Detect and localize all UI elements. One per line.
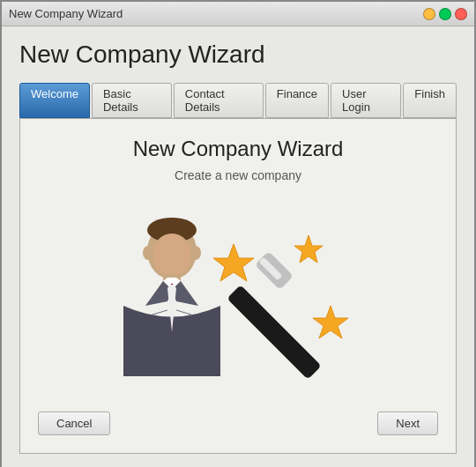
magic-wand-icon [185,226,370,403]
page-title: New Company Wizard [19,41,457,69]
maximize-button[interactable] [439,8,451,20]
svg-rect-16 [227,285,321,379]
svg-marker-15 [313,306,348,338]
window-content: New Company Wizard Welcome Basic Details… [2,26,474,467]
tab-bar: Welcome Basic Details Contact Details Fi… [19,83,457,118]
main-panel: New Company Wizard Create a new company [19,118,457,454]
svg-line-11 [152,310,167,315]
close-button[interactable] [455,8,467,20]
tab-finish[interactable]: Finish [403,83,457,118]
next-button[interactable]: Next [377,411,438,435]
illustration [106,209,370,403]
tab-finance[interactable]: Finance [265,83,329,118]
svg-point-3 [143,246,153,260]
minimize-button[interactable] [423,8,435,20]
tab-contact-details[interactable]: Contact Details [174,83,264,118]
wizard-title: New Company Wizard [133,137,344,161]
title-bar-text: New Company Wizard [9,7,423,20]
tab-welcome[interactable]: Welcome [19,83,90,118]
title-bar: New Company Wizard [2,2,474,26]
window: New Company Wizard New Company Wizard We… [0,0,476,467]
title-bar-controls [423,8,467,20]
tab-basic-details[interactable]: Basic Details [92,83,172,118]
svg-marker-13 [213,244,254,281]
tab-user-login[interactable]: User Login [331,83,401,118]
cancel-button[interactable]: Cancel [38,411,110,435]
svg-marker-14 [294,235,323,263]
wizard-subtitle: Create a new company [175,168,301,182]
button-bar: Cancel Next [38,403,438,435]
